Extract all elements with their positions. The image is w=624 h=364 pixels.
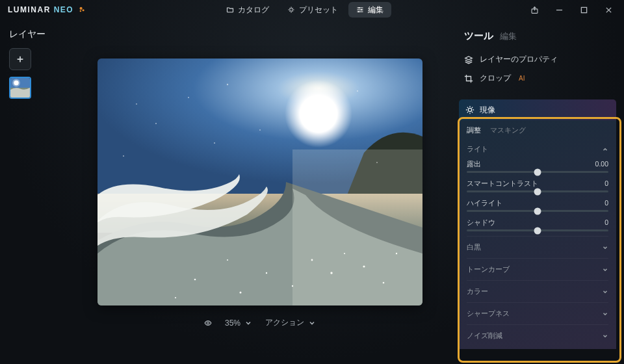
section-light[interactable]: ライト	[467, 140, 608, 158]
tab-edit[interactable]: 編集	[500, 31, 517, 42]
add-layer-button[interactable]	[9, 48, 31, 70]
section-bw[interactable]: 白黒	[467, 236, 608, 258]
slider-highlight: ハイライト0	[467, 197, 608, 216]
svg-point-29	[227, 84, 228, 85]
svg-point-36	[123, 155, 124, 157]
action-menu[interactable]: アクション	[265, 317, 316, 328]
svg-point-39	[468, 108, 471, 111]
slider-contrast: スマートコントラスト0	[467, 177, 608, 197]
slider-highlight-thumb[interactable]	[534, 207, 541, 214]
logo-spark-icon	[77, 5, 86, 14]
folder-icon	[226, 6, 234, 14]
nav-presets[interactable]: プリセット	[280, 2, 346, 18]
share-button[interactable]	[523, 1, 546, 19]
subtab-masking[interactable]: マスキング	[490, 125, 526, 135]
image-canvas[interactable]	[98, 58, 422, 306]
slider-exposure-track[interactable]	[467, 171, 608, 173]
nav-catalog[interactable]: カタログ	[218, 2, 277, 18]
slider-shadow-track[interactable]	[467, 229, 608, 231]
svg-point-38	[207, 322, 209, 324]
chevron-down-icon	[602, 289, 608, 295]
nav-edit[interactable]: 編集	[348, 2, 391, 18]
svg-point-4	[361, 9, 362, 10]
layers-icon	[464, 55, 473, 64]
layers-panel: レイヤー	[0, 20, 65, 364]
layers-title: レイヤー	[9, 29, 56, 40]
chevron-down-icon	[602, 266, 608, 273]
svg-point-1	[83, 9, 84, 11]
svg-point-26	[194, 279, 196, 281]
develop-panel-header[interactable]: 現像	[459, 99, 616, 120]
section-tone-curve[interactable]: トーンカーブ	[467, 258, 608, 280]
section-sharpness[interactable]: シャープネス	[467, 302, 608, 324]
svg-point-33	[214, 142, 215, 144]
svg-point-2	[80, 10, 82, 12]
svg-point-15	[303, 98, 334, 129]
sliders-icon	[356, 6, 364, 14]
subtab-adjust[interactable]: 調整	[467, 125, 481, 135]
svg-point-3	[358, 7, 359, 8]
svg-point-30	[155, 123, 157, 124]
section-color[interactable]: カラー	[467, 280, 608, 302]
svg-point-27	[175, 297, 176, 298]
chevron-down-icon	[602, 311, 608, 317]
svg-point-0	[80, 7, 83, 10]
chevron-down-icon	[602, 333, 608, 339]
svg-point-23	[240, 292, 242, 294]
svg-point-32	[136, 103, 137, 105]
tool-crop[interactable]: クロップ AI	[459, 69, 616, 88]
sparkle-icon	[287, 6, 295, 14]
app-logo: LUMINAR NEO	[8, 5, 86, 14]
layer-thumbnail[interactable]	[9, 77, 31, 99]
svg-point-34	[357, 90, 358, 92]
svg-point-28	[188, 97, 189, 98]
slider-exposure-thumb[interactable]	[534, 168, 541, 176]
close-button[interactable]	[597, 1, 620, 19]
crop-icon	[464, 74, 473, 83]
section-noise[interactable]: ノイズ削減	[467, 324, 608, 346]
slider-shadow-thumb[interactable]	[534, 227, 541, 234]
slider-contrast-track[interactable]	[467, 190, 608, 192]
svg-point-11	[12, 79, 20, 87]
right-panel-tabs: ツール 編集	[464, 30, 614, 42]
maximize-button[interactable]	[572, 1, 595, 19]
chevron-down-icon	[602, 244, 608, 251]
ai-badge: AI	[519, 75, 525, 82]
chevron-up-icon	[602, 146, 608, 153]
tab-tools[interactable]: ツール	[464, 30, 493, 42]
slider-highlight-track[interactable]	[467, 210, 608, 212]
eye-toggle[interactable]	[204, 319, 212, 327]
svg-point-31	[259, 129, 261, 131]
zoom-display[interactable]: 35%	[225, 318, 252, 328]
svg-rect-37	[292, 150, 422, 306]
svg-rect-7	[581, 7, 586, 12]
tool-layer-properties[interactable]: レイヤーのプロパティ	[459, 50, 616, 69]
sun-icon	[465, 105, 474, 114]
svg-point-22	[266, 272, 267, 274]
slider-shadow: シャドウ0	[467, 216, 608, 236]
slider-contrast-thumb[interactable]	[534, 188, 541, 195]
minimize-button[interactable]	[547, 1, 571, 19]
svg-point-5	[358, 11, 359, 12]
slider-exposure: 露出0.00	[467, 158, 608, 177]
svg-point-25	[227, 259, 228, 261]
